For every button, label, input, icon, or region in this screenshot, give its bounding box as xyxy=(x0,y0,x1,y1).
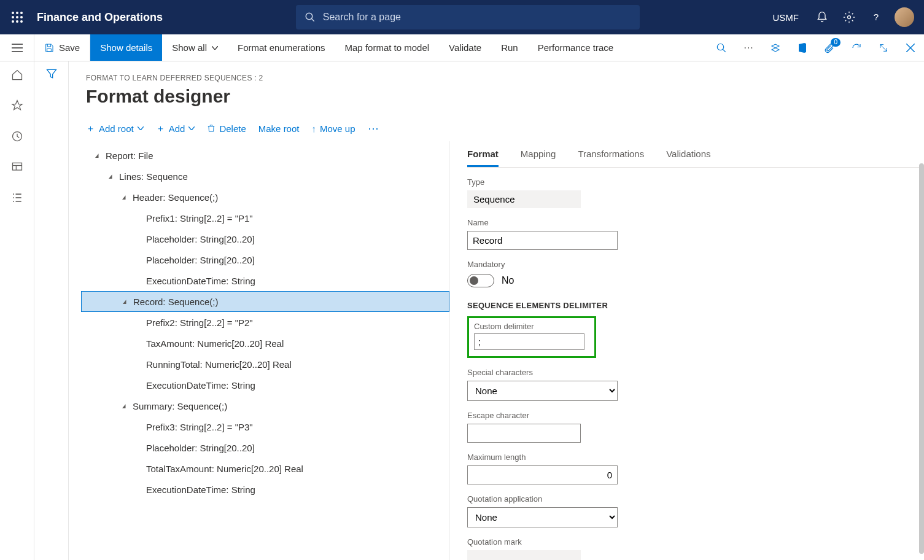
tree-node[interactable]: Placeholder: String[20..20] xyxy=(81,249,449,270)
home-icon[interactable] xyxy=(10,68,25,82)
dataverse-icon[interactable] xyxy=(762,34,789,61)
settings-icon[interactable] xyxy=(836,4,863,31)
tree-node-label: Prefix2: String[2..2] = "P2" xyxy=(146,317,253,328)
favorites-icon[interactable] xyxy=(10,98,25,113)
delete-button[interactable]: Delete xyxy=(207,123,246,134)
tree-node-label: Placeholder: String[20..20] xyxy=(146,255,255,265)
tree-node-label: Record: Sequence(;) xyxy=(133,297,218,307)
type-field: Type Sequence xyxy=(467,177,924,208)
show-all-label: Show all xyxy=(172,42,207,53)
plus-icon: ＋ xyxy=(86,123,95,134)
tree-node[interactable]: ◢Lines: Sequence xyxy=(81,166,449,187)
notifications-icon[interactable] xyxy=(809,4,836,31)
svg-point-3 xyxy=(12,16,14,18)
mandatory-toggle[interactable] xyxy=(467,274,494,287)
custom-delimiter-input[interactable] xyxy=(474,333,584,350)
user-avatar[interactable] xyxy=(895,7,914,27)
tree-node[interactable]: Placeholder: String[20..20] xyxy=(81,437,449,458)
tree-toolbar: ＋ Add root ＋ Add Delete Make root ↑ Move… xyxy=(69,118,924,141)
tree-node[interactable]: Prefix1: String[2..2] = "P1" xyxy=(81,208,449,228)
popout-icon[interactable] xyxy=(870,34,897,61)
type-value: Sequence xyxy=(467,190,581,208)
search-input[interactable] xyxy=(323,12,631,23)
refresh-icon[interactable] xyxy=(843,34,870,61)
run-button[interactable]: Run xyxy=(491,34,528,61)
quotation-mark-input[interactable] xyxy=(467,550,581,560)
app-launcher-icon[interactable] xyxy=(5,5,29,29)
tree-expand-icon[interactable]: ◢ xyxy=(121,298,129,305)
show-details-button[interactable]: Show details xyxy=(90,34,162,61)
tree-overflow-icon[interactable]: ⋯ xyxy=(368,122,380,135)
office-icon[interactable] xyxy=(789,34,816,61)
company-selector[interactable]: USMF xyxy=(773,12,799,23)
tree-node-label: Placeholder: String[20..20] xyxy=(146,234,255,244)
tree-node-label: Placeholder: String[20..20] xyxy=(146,443,255,453)
tree-node[interactable]: Prefix3: String[2..2] = "P3" xyxy=(81,416,449,437)
name-input[interactable] xyxy=(467,231,618,250)
svg-point-4 xyxy=(16,16,18,18)
tree-node[interactable]: Placeholder: String[20..20] xyxy=(81,228,449,249)
tree-expand-icon[interactable]: ◢ xyxy=(120,194,128,200)
quotation-mark-label: Quotation mark xyxy=(467,537,924,546)
special-characters-field: Special characters None xyxy=(467,368,924,401)
custom-delimiter-label: Custom delimiter xyxy=(474,322,589,331)
escape-character-input[interactable] xyxy=(467,424,581,443)
tree-node[interactable]: RunningTotal: Numeric[20..20] Real xyxy=(81,354,449,375)
quotation-application-select[interactable]: None xyxy=(467,507,618,527)
tab-validations[interactable]: Validations xyxy=(666,142,710,167)
tree-node-label: Prefix3: String[2..2] = "P3" xyxy=(146,422,253,432)
tab-format[interactable]: Format xyxy=(467,142,499,167)
tree-node[interactable]: ◢Record: Sequence(;) xyxy=(81,291,449,312)
tree-node[interactable]: ◢Summary: Sequence(;) xyxy=(81,395,449,416)
maximum-length-input[interactable] xyxy=(467,465,618,484)
tree-expand-icon[interactable]: ◢ xyxy=(107,173,115,179)
tree-node[interactable]: ExecutionDateTime: String xyxy=(81,479,449,500)
add-root-button[interactable]: ＋ Add root xyxy=(86,123,144,134)
tree-node[interactable]: TotalTaxAmount: Numeric[20..20] Real xyxy=(81,458,449,479)
properties-scrollbar[interactable] xyxy=(919,163,924,554)
validate-button[interactable]: Validate xyxy=(439,34,491,61)
tree-node[interactable]: Prefix2: String[2..2] = "P2" xyxy=(81,312,449,333)
tree-panel: ◢Report: File◢Lines: Sequence◢Header: Se… xyxy=(69,141,449,560)
move-up-button[interactable]: ↑ Move up xyxy=(311,123,355,134)
filter-column xyxy=(34,61,69,560)
tree-node[interactable]: ◢Header: Sequence(;) xyxy=(81,187,449,208)
hamburger-icon[interactable] xyxy=(0,34,34,61)
svg-point-5 xyxy=(20,16,23,18)
tree-expand-icon[interactable]: ◢ xyxy=(93,152,101,158)
performance-trace-button[interactable]: Performance trace xyxy=(528,34,623,61)
tree-node[interactable]: ExecutionDateTime: String xyxy=(81,270,449,291)
filter-icon[interactable] xyxy=(45,68,58,560)
save-button[interactable]: Save xyxy=(34,34,90,61)
workspaces-icon[interactable] xyxy=(10,160,25,174)
help-icon[interactable]: ? xyxy=(863,4,890,31)
recent-icon[interactable] xyxy=(10,129,25,144)
tree-node-label: Report: File xyxy=(106,150,153,161)
map-format-to-model-button[interactable]: Map format to model xyxy=(335,34,440,61)
escape-character-field: Escape character xyxy=(467,411,924,443)
tab-mapping[interactable]: Mapping xyxy=(521,142,556,167)
overflow-icon[interactable]: ⋯ xyxy=(735,34,762,61)
tree-node[interactable]: ExecutionDateTime: String xyxy=(81,375,449,395)
make-root-button[interactable]: Make root xyxy=(258,123,300,134)
quotation-application-label: Quotation application xyxy=(467,494,924,504)
tree-node-label: Header: Sequence(;) xyxy=(133,192,218,203)
global-search[interactable] xyxy=(296,5,640,29)
show-all-button[interactable]: Show all xyxy=(162,34,228,61)
escape-character-label: Escape character xyxy=(467,411,924,420)
special-characters-select[interactable]: None xyxy=(467,381,618,401)
product-title: Finance and Operations xyxy=(37,11,163,24)
format-enumerations-button[interactable]: Format enumerations xyxy=(228,34,335,61)
attachments-icon[interactable]: 0 xyxy=(816,34,843,61)
add-button[interactable]: ＋ Add xyxy=(156,123,195,134)
trash-icon xyxy=(207,123,215,133)
tree-node-label: ExecutionDateTime: String xyxy=(146,276,255,286)
close-icon[interactable] xyxy=(897,34,924,61)
svg-line-10 xyxy=(311,18,314,21)
tab-transformations[interactable]: Transformations xyxy=(578,142,644,167)
tree-expand-icon[interactable]: ◢ xyxy=(120,403,128,409)
tree-node[interactable]: TaxAmount: Numeric[20..20] Real xyxy=(81,333,449,354)
modules-icon[interactable] xyxy=(10,190,25,205)
search-page-icon[interactable] xyxy=(708,34,735,61)
tree-node[interactable]: ◢Report: File xyxy=(81,145,449,166)
